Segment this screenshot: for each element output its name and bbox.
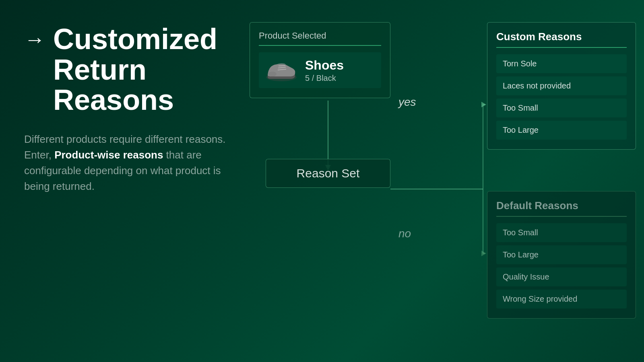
yes-label: yes [398,96,416,109]
description-bold: Product-wise reasons [54,149,163,161]
svg-point-12 [268,72,277,76]
main-title: Customized Return Reasons [53,24,217,115]
product-box-label: Product Selected [259,31,381,41]
svg-marker-5 [481,102,486,107]
description: Different products require different rea… [24,132,237,194]
arrow-icon: → [24,27,45,51]
custom-reasons-box: Custom Reasons Torn Sole Laces not provi… [487,22,636,150]
custom-divider [496,47,627,48]
custom-reason-item-3: Too Large [496,121,627,140]
svg-marker-7 [481,251,486,256]
product-name: Shoes [305,58,344,73]
default-reasons-list: Too Small Too Large Quality Issue Wrong … [496,223,627,309]
default-reason-item-0: Too Small [496,223,627,242]
product-content: Shoes 5 / Black [259,52,381,88]
reason-set-box: Reason Set [266,159,390,188]
svg-line-9 [279,66,285,66]
diagram-section: Product Selected Shoes [250,22,636,352]
default-reason-item-3: Wrong Size provided [496,290,627,309]
custom-reason-item-2: Too Small [496,99,627,117]
custom-reason-item-1: Laces not provided [496,76,627,95]
default-divider [496,216,627,217]
custom-reasons-title: Custom Reasons [496,31,627,43]
product-box: Product Selected Shoes [250,22,390,98]
shoe-image [264,57,299,83]
product-variant: 5 / Black [305,74,344,83]
no-label: no [398,227,411,240]
default-reason-item-1: Too Large [496,245,627,264]
left-section: → Customized Return Reasons Different pr… [24,24,237,194]
product-info: Shoes 5 / Black [305,58,344,83]
product-box-divider [259,45,381,46]
reason-set-label: Reason Set [276,167,380,180]
default-reasons-box: Default Reasons Too Small Too Large Qual… [487,191,636,319]
custom-reason-item-0: Torn Sole [496,54,627,73]
default-reason-item-2: Quality Issue [496,267,627,286]
title-row: → Customized Return Reasons [24,24,237,115]
custom-reasons-list: Torn Sole Laces not provided Too Small T… [496,54,627,140]
default-reasons-title: Default Reasons [496,200,627,212]
